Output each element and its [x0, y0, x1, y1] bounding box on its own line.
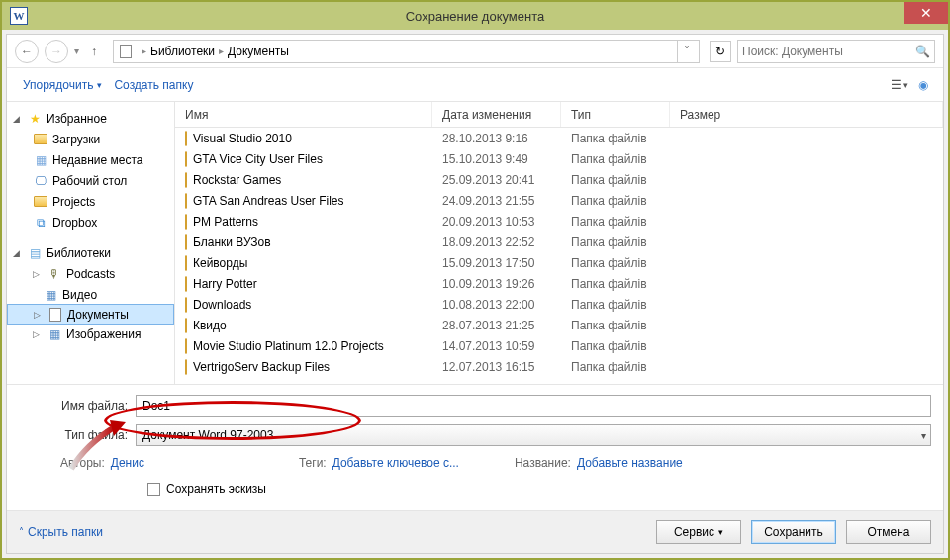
bottom-fields: Имя файла: Тип файла: Документ Word 97-2… — [7, 384, 943, 510]
file-name: Rockstar Games — [193, 173, 281, 187]
podcast-icon: 🎙 — [47, 266, 62, 282]
cancel-button[interactable]: Отмена — [846, 520, 931, 544]
recent-icon: ▦ — [33, 152, 48, 168]
file-row[interactable]: Visual Studio 201028.10.2013 9:16Папка ф… — [175, 128, 943, 148]
breadcrumb-part[interactable]: Библиотеки — [150, 45, 215, 58]
column-type[interactable]: Тип — [561, 102, 670, 127]
chevron-down-icon: ▾ — [921, 430, 926, 441]
file-row[interactable]: GTA Vice City User Files15.10.2013 9:49П… — [175, 148, 943, 169]
favorites-group[interactable]: ◢★Избранное — [7, 108, 174, 129]
title-label: Название: — [515, 456, 571, 470]
file-name: Бланки ВУЗов — [193, 235, 271, 249]
file-type: Папка файлів — [561, 360, 670, 374]
refresh-button[interactable]: ↻ — [710, 41, 731, 62]
file-row[interactable]: VertrigoServ Backup Files12.07.2013 16:1… — [175, 356, 943, 377]
file-row[interactable]: Бланки ВУЗов18.09.2013 22:52Папка файлів — [175, 232, 943, 252]
file-type: Папка файлів — [561, 132, 670, 145]
file-date: 25.09.2013 20:41 — [432, 173, 561, 187]
folder-icon — [185, 173, 187, 187]
back-button[interactable]: ← — [15, 40, 39, 63]
title-value[interactable]: Добавьте название — [577, 456, 683, 470]
forward-button[interactable]: → — [45, 40, 68, 63]
view-mode-button[interactable]: ☰▾ — [886, 75, 913, 95]
column-date[interactable]: Дата изменения — [432, 102, 561, 127]
column-name[interactable]: Имя — [175, 102, 432, 127]
file-type: Папка файлів — [561, 339, 670, 353]
folder-icon — [185, 215, 187, 229]
save-thumbnail-checkbox[interactable] — [147, 483, 160, 496]
star-icon: ★ — [27, 111, 43, 127]
folder-icon — [185, 277, 187, 291]
sidebar-item-dropbox[interactable]: ⧉Dropbox — [7, 212, 174, 233]
file-row[interactable]: GTA San Andreas User Files24.09.2013 21:… — [175, 190, 943, 211]
authors-label: Авторы: — [60, 456, 105, 470]
folder-icon — [185, 152, 187, 166]
new-folder-button[interactable]: Создать папку — [108, 74, 199, 96]
column-size[interactable]: Размер — [670, 102, 943, 127]
save-dialog: W Сохранение документа ✕ ← → ▾ ↑ ▸ Библи… — [2, 2, 948, 558]
file-list: Имя Дата изменения Тип Размер Visual Stu… — [175, 102, 943, 384]
sidebar-item-recent[interactable]: ▦Недавние места — [7, 149, 174, 170]
file-type: Папка файлів — [561, 215, 670, 229]
file-row[interactable]: Квидо28.07.2013 21:25Папка файлів — [175, 315, 943, 335]
organize-button[interactable]: Упорядочить▾ — [17, 74, 108, 96]
file-name: PM Patterns — [193, 215, 258, 229]
filename-input[interactable] — [136, 395, 931, 417]
file-type: Папка файлів — [561, 235, 670, 249]
breadcrumb[interactable]: ▸ Библиотеки ▸ Документы ˅ — [113, 40, 700, 63]
file-row[interactable]: Кейворды15.09.2013 17:50Папка файлів — [175, 252, 943, 273]
sidebar-item-desktop[interactable]: 🖵Рабочий стол — [7, 170, 174, 191]
search-input[interactable] — [742, 45, 915, 58]
history-dropdown[interactable]: ▾ — [74, 46, 79, 56]
breadcrumb-part[interactable]: Документы — [228, 45, 289, 58]
chevron-right-icon: ▸ — [142, 46, 146, 56]
filetype-label: Тип файла: — [19, 428, 128, 442]
file-date: 15.09.2013 17:50 — [432, 256, 561, 270]
save-thumbnail-label: Сохранять эскизы — [166, 482, 266, 496]
hide-folders-button[interactable]: ˄Скрыть папки — [19, 525, 103, 539]
authors-value[interactable]: Денис — [111, 456, 144, 470]
up-button[interactable]: ↑ — [85, 43, 103, 60]
file-date: 24.09.2013 21:55 — [432, 194, 561, 208]
folder-icon — [185, 298, 187, 312]
file-rows[interactable]: Visual Studio 201028.10.2013 9:16Папка ф… — [175, 128, 943, 384]
filetype-combo[interactable]: Документ Word 97-2003 ▾ — [136, 424, 931, 446]
sidebar-item-images[interactable]: ▷▦Изображения — [7, 324, 174, 344]
breadcrumb-dropdown[interactable]: ˅ — [677, 41, 695, 62]
file-row[interactable]: PM Patterns20.09.2013 10:53Папка файлів — [175, 211, 943, 232]
file-date: 18.09.2013 22:52 — [432, 235, 561, 249]
file-row[interactable]: Downloads10.08.2013 22:00Папка файлів — [175, 294, 943, 315]
libraries-group[interactable]: ◢▤Библиотеки — [7, 242, 174, 263]
file-date: 28.10.2013 9:16 — [432, 132, 561, 145]
help-button[interactable]: ◉ — [913, 75, 933, 95]
file-type: Папка файлів — [561, 256, 670, 270]
sidebar-item-podcasts[interactable]: ▷🎙Podcasts — [7, 263, 174, 284]
file-name: Harry Potter — [193, 277, 257, 291]
sidebar-item-documents[interactable]: ▷Документы — [7, 304, 174, 325]
search-box[interactable]: 🔍 — [737, 40, 935, 63]
file-name: VertrigoServ Backup Files — [193, 360, 330, 374]
document-icon — [48, 307, 63, 323]
file-name: GTA Vice City User Files — [193, 152, 323, 166]
window-title: Сохранение документа — [2, 9, 948, 24]
filetype-value: Документ Word 97-2003 — [142, 428, 273, 442]
close-button[interactable]: ✕ — [904, 2, 948, 24]
file-date: 10.09.2013 19:26 — [432, 277, 561, 291]
chevron-right-icon: ▸ — [219, 46, 224, 56]
save-button[interactable]: Сохранить — [751, 520, 836, 544]
file-row[interactable]: Harry Potter10.09.2013 19:26Папка файлів — [175, 273, 943, 294]
folder-icon — [185, 235, 187, 249]
sidebar-item-video[interactable]: ▦Видео — [7, 284, 174, 305]
chevron-up-icon: ˄ — [19, 526, 24, 537]
file-name: Кейворды — [193, 256, 247, 270]
sidebar-item-projects[interactable]: Projects — [7, 191, 174, 212]
file-row[interactable]: Rockstar Games25.09.2013 20:41Папка файл… — [175, 169, 943, 190]
folder-icon — [185, 194, 187, 208]
file-type: Папка файлів — [561, 277, 670, 291]
folder-icon — [185, 339, 187, 353]
image-icon: ▦ — [47, 327, 62, 342]
tools-button[interactable]: Сервис▾ — [656, 520, 741, 544]
sidebar-item-downloads[interactable]: Загрузки — [7, 129, 174, 149]
file-row[interactable]: Movie Studio Platinum 12.0 Projects14.07… — [175, 335, 943, 356]
tags-value[interactable]: Добавьте ключевое с... — [332, 456, 459, 470]
